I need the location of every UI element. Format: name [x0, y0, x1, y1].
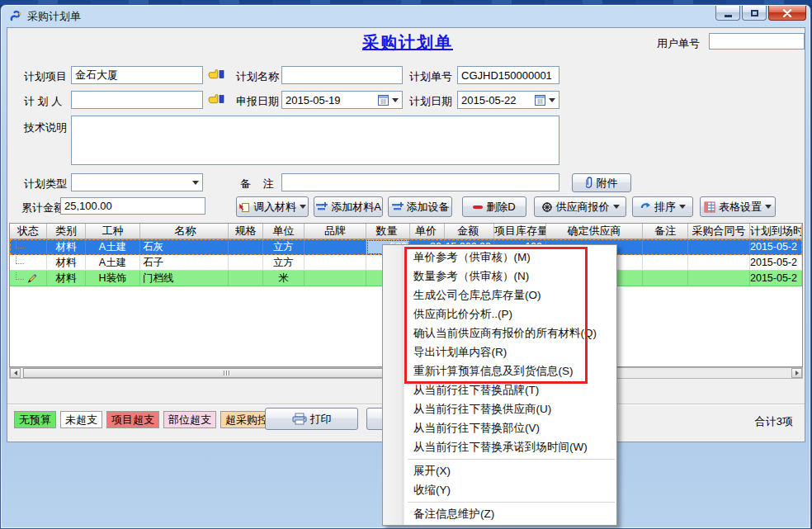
remark-cell[interactable]	[643, 255, 688, 271]
brand-cell[interactable]	[304, 239, 366, 255]
scrollbar-thumb[interactable]	[23, 368, 429, 378]
contract-cell[interactable]	[688, 239, 750, 255]
contract-cell[interactable]	[688, 255, 750, 271]
spec-cell[interactable]	[229, 271, 263, 286]
menu-item-expand[interactable]: 展开(X)	[383, 461, 616, 480]
minimize-icon	[725, 15, 732, 17]
unit-cell[interactable]: 立方	[263, 239, 304, 255]
import-material-button[interactable]: 调入材料	[236, 196, 309, 217]
scroll-right-button[interactable]	[791, 368, 802, 378]
close-button[interactable]	[768, 6, 806, 21]
minimize-button[interactable]	[715, 6, 740, 21]
category-cell[interactable]: 材料	[47, 271, 86, 286]
grid-setting-button[interactable]: 表格设置	[700, 196, 776, 217]
menu-item-collapse[interactable]: 收缩(Y)	[383, 480, 616, 499]
remark-cell[interactable]	[643, 271, 688, 286]
arrival-cell[interactable]: 2015-05-2	[750, 271, 802, 286]
menu-item-replace-supplier[interactable]: 从当前行往下替换供应商(U)	[383, 399, 616, 418]
menu-item-confirm-quoted[interactable]: 确认当前供应商有报价的所有材料(Q)	[383, 324, 616, 342]
remark-cell[interactable]	[643, 239, 688, 255]
unit-cell[interactable]: 立方	[263, 255, 304, 271]
project-input[interactable]	[71, 66, 203, 84]
trade-cell[interactable]: H装饰	[86, 271, 140, 286]
tree-node-icon[interactable]	[16, 272, 24, 280]
trade-cell[interactable]: A土建	[86, 239, 140, 255]
unit-cell[interactable]: 米	[263, 271, 304, 286]
dropdown-caret[interactable]	[300, 205, 306, 209]
remark-input[interactable]	[281, 173, 559, 191]
paperclip-icon	[586, 177, 593, 189]
tech-note-textarea[interactable]	[71, 116, 559, 165]
menu-item-supplier-compare[interactable]: 供应商比价分析..(P)	[383, 305, 616, 324]
dropdown-caret[interactable]	[679, 205, 686, 209]
col-header[interactable]: 确定供应商	[546, 224, 643, 239]
brand-cell[interactable]	[304, 255, 366, 271]
col-header[interactable]: 计划到场时间	[750, 224, 802, 239]
print-button[interactable]: 打印	[265, 408, 358, 430]
spec-cell[interactable]	[229, 255, 263, 271]
project-picker-hand-icon[interactable]	[208, 68, 224, 81]
menu-item-replace-part[interactable]: 从当前行往下替换部位(V)	[383, 418, 616, 437]
table-header-row[interactable]: 状态 类别 工种 名称 规格 单位 品牌 数量 单价 金额 项目库存量 确定供应…	[10, 224, 802, 239]
maximize-button[interactable]	[742, 6, 767, 21]
contract-cell[interactable]	[688, 271, 750, 286]
col-header[interactable]: 项目库存量	[494, 224, 546, 239]
arrival-cell[interactable]: 2015-05-2	[750, 255, 802, 271]
col-header[interactable]: 状态	[10, 224, 47, 239]
sort-button[interactable]: 排序	[632, 196, 693, 217]
planner-picker-hand-icon[interactable]	[208, 92, 224, 106]
menu-item-generate-stock[interactable]: 生成公司仓库总库存量(O)	[383, 286, 616, 305]
col-header[interactable]: 备注	[643, 224, 688, 239]
planner-input[interactable]	[71, 91, 203, 109]
col-header[interactable]: 品牌	[304, 224, 366, 239]
category-cell[interactable]: 材料	[47, 255, 86, 271]
brand-cell[interactable]	[304, 271, 366, 286]
add-equipment-button[interactable]: 添加设备	[388, 196, 452, 217]
menu-item-export-plan[interactable]: 导出计划单内容(R)	[383, 342, 616, 361]
trade-cell[interactable]: A土建	[86, 255, 140, 271]
col-header[interactable]: 单位	[263, 224, 304, 239]
total-count: 合计3项	[755, 414, 793, 429]
menu-item-price-reference[interactable]: 单价参考（供审核）(M)	[383, 248, 616, 267]
menu-item-qty-reference[interactable]: 数量参考（供审核）(N)	[383, 267, 616, 286]
col-header[interactable]: 类别	[47, 224, 86, 239]
col-header[interactable]: 规格	[229, 224, 263, 239]
scroll-left-button[interactable]	[10, 368, 21, 378]
spec-cell[interactable]	[229, 239, 263, 255]
titlebar[interactable]: 采购计划单	[1, 5, 810, 27]
col-header[interactable]: 工种	[86, 224, 140, 239]
combo-caret[interactable]	[192, 181, 199, 185]
col-header[interactable]: 名称	[140, 224, 229, 239]
col-header[interactable]: 金额	[445, 224, 494, 239]
name-cell[interactable]: 石灰	[140, 239, 229, 255]
calendar-icon	[378, 95, 389, 106]
close-icon	[782, 9, 792, 17]
dropdown-caret[interactable]	[765, 205, 772, 209]
dropdown-caret[interactable]	[613, 205, 620, 209]
date-dropdown-caret[interactable]	[392, 98, 399, 102]
menu-item-replace-arrival[interactable]: 从当前行往下替换承诺到场时间(W)	[383, 437, 616, 456]
supplier-quote-button[interactable]: 供应商报价	[534, 196, 626, 217]
name-cell[interactable]: 门档线	[140, 271, 229, 286]
name-cell[interactable]: 石子	[140, 255, 229, 271]
date-dropdown-caret[interactable]	[549, 98, 555, 102]
plan-date-input[interactable]: 2015-05-22	[457, 91, 559, 109]
category-cell[interactable]: 材料	[47, 239, 86, 255]
col-header[interactable]: 单价	[410, 224, 445, 239]
declare-date-input[interactable]: 2015-05-19	[281, 91, 403, 109]
col-header[interactable]: 数量	[366, 224, 410, 239]
plan-no-input[interactable]	[457, 66, 559, 84]
arrival-cell[interactable]: 2015-05-2	[750, 239, 802, 255]
menu-item-remark-maintain[interactable]: 备注信息维护(Z)	[383, 504, 616, 523]
add-material-button[interactable]: 添加材料A	[314, 196, 383, 217]
menu-item-replace-brand[interactable]: 从当前行往下替换品牌(T)	[383, 380, 616, 399]
tree-node-icon[interactable]	[16, 257, 24, 264]
attachment-button[interactable]: 附件	[572, 173, 631, 192]
delete-button[interactable]: 删除D	[462, 196, 526, 217]
tree-node-icon[interactable]	[16, 241, 24, 248]
user-no-input[interactable]	[709, 33, 805, 50]
col-header[interactable]: 采购合同号	[688, 224, 750, 239]
menu-item-recalc-budget[interactable]: 重新计算预算信息及到货信息(S)	[383, 361, 616, 380]
plan-type-select[interactable]	[71, 173, 203, 191]
plan-name-input[interactable]	[281, 66, 403, 84]
